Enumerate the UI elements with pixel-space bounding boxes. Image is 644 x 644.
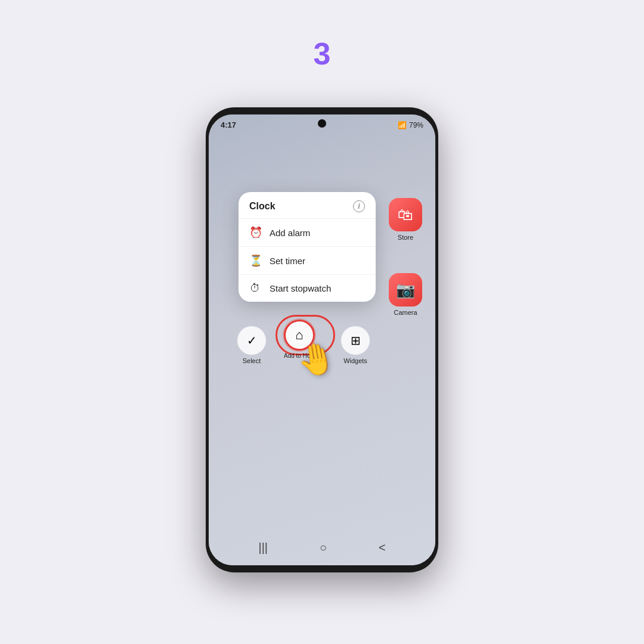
- action-widgets[interactable]: ⊞ Widgets: [335, 326, 376, 364]
- right-column-apps: 🛍 Store 📷 Camera: [385, 198, 426, 316]
- phone-screen: 4:17 📶 79% Search ⋮ 🛍 Store 📷 Camera: [209, 114, 435, 565]
- timer-icon: ⏳: [249, 254, 261, 267]
- stopwatch-icon: ⏱: [249, 282, 261, 295]
- widgets-label: Widgets: [343, 357, 367, 364]
- context-menu: Clock i ⏰ Add alarm ⏳ Set timer ⏱ Start …: [239, 192, 376, 302]
- app-store-label: Store: [398, 234, 413, 241]
- context-menu-header: Clock i: [239, 192, 376, 219]
- phone-device: 4:17 📶 79% Search ⋮ 🛍 Store 📷 Camera: [206, 107, 438, 572]
- context-menu-title: Clock: [249, 201, 275, 212]
- nav-recent-icon[interactable]: |||: [258, 541, 268, 555]
- alarm-icon: ⏰: [249, 226, 261, 239]
- nav-bar: ||| ○ <: [209, 530, 435, 565]
- app-camera[interactable]: 📷 Camera: [385, 273, 426, 316]
- start-stopwatch-label: Start stopwatch: [270, 283, 331, 293]
- nav-home-icon[interactable]: ○: [320, 541, 327, 555]
- status-time: 4:17: [221, 120, 236, 129]
- set-timer-label: Set timer: [270, 256, 305, 266]
- info-icon[interactable]: i: [353, 200, 365, 212]
- app-store[interactable]: 🛍 Store: [385, 198, 426, 241]
- select-label: Select: [243, 357, 261, 364]
- camera-notch: [318, 119, 326, 128]
- select-icon: ✓: [237, 326, 266, 355]
- step-number: 3: [314, 36, 331, 72]
- app-store-icon: 🛍: [389, 198, 422, 231]
- action-select[interactable]: ✓ Select: [231, 326, 272, 364]
- menu-item-add-alarm[interactable]: ⏰ Add alarm: [239, 219, 376, 247]
- nav-back-icon[interactable]: <: [379, 541, 386, 555]
- add-alarm-label: Add alarm: [270, 228, 310, 238]
- status-icons: 📶 79%: [398, 121, 423, 129]
- widgets-icon: ⊞: [341, 326, 370, 355]
- app-camera-label: Camera: [394, 309, 417, 316]
- app-camera-icon: 📷: [389, 273, 422, 306]
- wifi-icon: 📶: [398, 121, 407, 129]
- battery-icon: 79%: [409, 121, 423, 129]
- menu-item-set-timer[interactable]: ⏳ Set timer: [239, 247, 376, 275]
- menu-item-stopwatch[interactable]: ⏱ Start stopwatch: [239, 275, 376, 302]
- cursor-hand: 🤚: [294, 338, 339, 380]
